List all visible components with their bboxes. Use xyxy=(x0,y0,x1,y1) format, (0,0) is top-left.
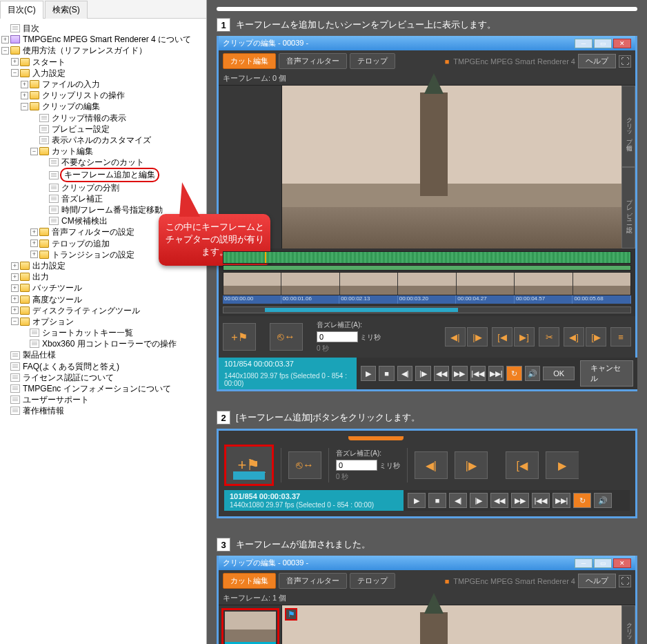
volume-button[interactable]: 🔊 xyxy=(525,366,540,381)
tree-support[interactable]: ユーザーサポート xyxy=(21,394,89,405)
loop-button[interactable]: ↻ xyxy=(573,493,591,508)
tree-option[interactable]: オプション xyxy=(31,316,74,327)
tab-audiofilter[interactable]: 音声フィルター xyxy=(279,53,347,69)
expand-icon[interactable]: + xyxy=(11,295,19,303)
close-icon[interactable]: ✕ xyxy=(613,558,631,568)
tree-keyframe-current[interactable]: キーフレーム追加と編集 xyxy=(60,168,159,182)
jump-in-button[interactable]: [◀ xyxy=(506,451,539,479)
expand-icon[interactable]: + xyxy=(11,58,19,66)
goto-start-button[interactable]: |◀◀ xyxy=(532,493,550,508)
expand-icon[interactable]: + xyxy=(11,273,19,281)
expand-icon[interactable]: + xyxy=(11,306,19,314)
collapse-icon[interactable]: − xyxy=(1,47,9,55)
expand-icon[interactable]: + xyxy=(30,228,38,236)
fullscreen-icon[interactable]: ⛶ xyxy=(619,55,631,68)
expand-icon[interactable]: + xyxy=(1,36,9,43)
tree-xbox[interactable]: Xbox360 用コントローラーでの操作 xyxy=(41,338,177,349)
tree-outputop[interactable]: 出力 xyxy=(31,271,49,282)
tab-audiofilter[interactable]: 音声フィルター xyxy=(279,573,347,589)
goto-end-button[interactable]: ▶▶| xyxy=(553,493,570,508)
tree-start[interactable]: スタート xyxy=(31,57,66,68)
split-button[interactable]: ⎋↔ xyxy=(288,451,321,479)
mark-out-button[interactable]: |▶ xyxy=(467,327,488,347)
tree-copyright[interactable]: 著作権情報 xyxy=(21,405,64,416)
forward-button[interactable]: ▶▶ xyxy=(452,366,467,381)
tree-license[interactable]: ライセンス認証について xyxy=(21,372,114,383)
next-frame-button[interactable]: |▶ xyxy=(470,493,488,508)
stop-button[interactable]: ■ xyxy=(428,493,446,508)
mark-in-button[interactable]: ◀| xyxy=(445,327,466,347)
tree-faq[interactable]: FAQ(よくある質問と答え) xyxy=(21,361,119,372)
preview-area[interactable] xyxy=(282,86,621,248)
play-button[interactable]: ▶ xyxy=(361,366,376,381)
tree-batch[interactable]: バッチツール xyxy=(31,282,82,293)
mark-in-button[interactable]: ◀| xyxy=(415,451,448,479)
tree-clipinfo[interactable]: クリップ情報の表示 xyxy=(50,113,126,124)
prev-frame-button[interactable]: ◀| xyxy=(397,366,412,381)
tree-cutedit[interactable]: カット編集 xyxy=(50,146,93,157)
tree-root[interactable]: 目次 xyxy=(21,23,39,34)
mark-out-button[interactable]: |▶ xyxy=(455,451,488,479)
tree-input[interactable]: 入力設定 xyxy=(31,68,66,79)
expand-icon[interactable]: + xyxy=(21,81,28,88)
maximize-icon[interactable]: ▭ xyxy=(594,558,612,568)
maximize-icon[interactable]: ▭ xyxy=(594,39,612,48)
tab-cut[interactable]: カット編集 xyxy=(223,573,276,589)
collapse-icon[interactable]: − xyxy=(11,318,19,325)
audio-shift-input[interactable] xyxy=(317,331,358,342)
timeline-track[interactable] xyxy=(223,251,631,264)
keyframe-thumbnail[interactable]: #01: 00:00:03.37 xyxy=(221,608,279,644)
cancel-button[interactable]: キャンセル xyxy=(580,360,633,387)
tree-usage[interactable]: 使用方法（リファレンスガイド） xyxy=(21,45,147,56)
side-tab-clipinfo[interactable]: クリップ情報 xyxy=(621,86,635,167)
tree-transition[interactable]: トランジションの設定 xyxy=(50,249,135,260)
tree-info[interactable]: TMPGEnc インフォメーションについて xyxy=(21,383,171,394)
preview-area[interactable]: ⚑ xyxy=(282,605,621,644)
loop-button[interactable]: ↻ xyxy=(506,366,521,381)
side-tab-preview[interactable]: プレビュー設定 xyxy=(621,167,635,248)
tree-audiofilter[interactable]: 音声フィルターの設定 xyxy=(50,226,135,237)
minimize-icon[interactable]: ─ xyxy=(575,558,593,568)
tree-cliplist[interactable]: クリップリストの操作 xyxy=(41,90,125,101)
jump-in-button[interactable]: [◀ xyxy=(492,327,512,347)
tree-preview[interactable]: プレビュー設定 xyxy=(50,124,110,135)
close-icon[interactable]: ✕ xyxy=(613,39,631,48)
tree-advanced[interactable]: 高度なツール xyxy=(31,294,82,305)
timeline-scrollbar[interactable] xyxy=(223,306,631,313)
tree-shortcut[interactable]: ショートカットキー一覧 xyxy=(41,327,133,338)
tree-about[interactable]: TMPGEnc MPEG Smart Renderer 4 について xyxy=(21,34,191,45)
play-button[interactable]: ▶ xyxy=(408,493,426,508)
rewind-button[interactable]: ◀◀ xyxy=(490,493,508,508)
range-out-button[interactable]: [▶ xyxy=(586,327,606,347)
split-button[interactable]: ⎋↔ xyxy=(270,323,303,351)
expand-icon[interactable]: + xyxy=(30,240,38,247)
tab-cut[interactable]: カット編集 xyxy=(223,53,276,69)
range-in-button[interactable]: ◀] xyxy=(564,327,584,347)
tree-panel[interactable]: 表示パネルのカスタマイズ xyxy=(50,135,151,146)
prev-frame-button[interactable]: ◀| xyxy=(449,493,467,508)
forward-button[interactable]: ▶▶ xyxy=(511,493,529,508)
next-frame-button[interactable]: |▶ xyxy=(415,366,430,381)
collapse-icon[interactable]: − xyxy=(11,69,19,77)
collapse-icon[interactable]: − xyxy=(21,103,28,110)
audio-shift-input[interactable] xyxy=(336,460,377,471)
goto-end-button[interactable]: ▶▶| xyxy=(488,366,504,381)
expand-icon[interactable]: + xyxy=(30,251,38,258)
fullscreen-icon[interactable]: ⛶ xyxy=(619,575,631,587)
flag-icon[interactable]: ⚑ xyxy=(285,608,297,621)
cut-button[interactable]: ✂ xyxy=(539,327,559,347)
help-button[interactable]: ヘルプ xyxy=(578,574,616,588)
tree-file-input[interactable]: ファイルの入力 xyxy=(41,79,100,90)
jump-out-button[interactable]: ▶ xyxy=(546,451,579,479)
tree-cm[interactable]: CM候補検出 xyxy=(60,215,108,226)
list-button[interactable]: ≡ xyxy=(610,327,631,347)
playhead-icon[interactable] xyxy=(265,252,266,263)
rewind-button[interactable]: ◀◀ xyxy=(434,366,449,381)
side-tab-clipinfo[interactable]: クリップ情報 xyxy=(621,605,635,644)
tree-telop[interactable]: テロップの追加 xyxy=(50,238,110,249)
tree-disc[interactable]: ディスクライティングツール xyxy=(31,305,140,316)
goto-start-button[interactable]: |◀◀ xyxy=(470,366,486,381)
expand-icon[interactable]: + xyxy=(11,262,19,270)
help-button[interactable]: ヘルプ xyxy=(578,54,616,68)
volume-button[interactable]: 🔊 xyxy=(594,493,612,508)
